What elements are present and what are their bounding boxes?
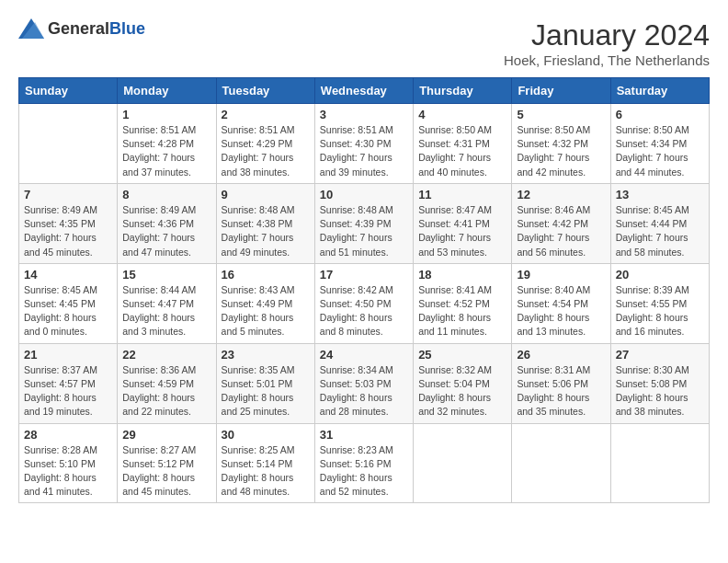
calendar-cell: 24Sunrise: 8:34 AM Sunset: 5:03 PM Dayli…	[314, 343, 413, 423]
calendar-cell	[414, 423, 512, 503]
calendar-cell: 5Sunrise: 8:50 AM Sunset: 4:32 PM Daylig…	[512, 104, 610, 184]
calendar-week-2: 7Sunrise: 8:49 AM Sunset: 4:35 PM Daylig…	[19, 183, 710, 263]
day-header-monday: Monday	[118, 78, 216, 104]
calendar-cell: 23Sunrise: 8:35 AM Sunset: 5:01 PM Dayli…	[216, 343, 314, 423]
calendar-table: SundayMondayTuesdayWednesdayThursdayFrid…	[18, 77, 710, 503]
day-detail: Sunrise: 8:43 AM Sunset: 4:49 PM Dayligh…	[222, 283, 310, 339]
calendar-cell: 11Sunrise: 8:47 AM Sunset: 4:41 PM Dayli…	[414, 183, 512, 263]
day-number: 29	[122, 428, 210, 442]
calendar-cell: 26Sunrise: 8:31 AM Sunset: 5:06 PM Dayli…	[512, 343, 610, 423]
day-number: 25	[418, 348, 506, 362]
calendar-cell: 22Sunrise: 8:36 AM Sunset: 4:59 PM Dayli…	[118, 343, 216, 423]
day-number: 13	[616, 188, 704, 201]
calendar-cell: 21Sunrise: 8:37 AM Sunset: 4:57 PM Dayli…	[19, 343, 118, 423]
day-number: 21	[24, 348, 112, 362]
day-detail: Sunrise: 8:47 AM Sunset: 4:41 PM Dayligh…	[418, 203, 506, 259]
day-number: 17	[320, 268, 408, 282]
day-header-thursday: Thursday	[414, 78, 512, 104]
day-detail: Sunrise: 8:48 AM Sunset: 4:38 PM Dayligh…	[222, 203, 310, 259]
day-detail: Sunrise: 8:36 AM Sunset: 4:59 PM Dayligh…	[122, 363, 210, 419]
calendar-cell: 13Sunrise: 8:45 AM Sunset: 4:44 PM Dayli…	[610, 183, 709, 263]
day-detail: Sunrise: 8:46 AM Sunset: 4:42 PM Dayligh…	[517, 203, 605, 259]
day-detail: Sunrise: 8:35 AM Sunset: 5:01 PM Dayligh…	[222, 363, 310, 419]
day-number: 7	[24, 188, 112, 201]
calendar-week-5: 28Sunrise: 8:28 AM Sunset: 5:10 PM Dayli…	[19, 423, 710, 503]
calendar-cell	[19, 104, 118, 184]
calendar-cell: 6Sunrise: 8:50 AM Sunset: 4:34 PM Daylig…	[610, 104, 709, 184]
calendar-cell	[610, 423, 709, 503]
day-detail: Sunrise: 8:45 AM Sunset: 4:44 PM Dayligh…	[616, 203, 704, 259]
day-header-friday: Friday	[512, 78, 610, 104]
calendar-cell: 1Sunrise: 8:51 AM Sunset: 4:28 PM Daylig…	[118, 104, 216, 184]
calendar-cell	[512, 423, 610, 503]
day-number: 15	[122, 268, 210, 282]
day-header-saturday: Saturday	[610, 78, 709, 104]
calendar-cell: 19Sunrise: 8:40 AM Sunset: 4:54 PM Dayli…	[512, 263, 610, 343]
day-detail: Sunrise: 8:37 AM Sunset: 4:57 PM Dayligh…	[24, 363, 112, 419]
day-header-sunday: Sunday	[19, 78, 118, 104]
day-number: 18	[418, 268, 506, 282]
day-detail: Sunrise: 8:23 AM Sunset: 5:16 PM Dayligh…	[320, 443, 408, 500]
day-number: 3	[320, 108, 408, 121]
location-subtitle: Hoek, Friesland, The Netherlands	[504, 52, 710, 68]
calendar-week-4: 21Sunrise: 8:37 AM Sunset: 4:57 PM Dayli…	[19, 343, 710, 423]
calendar-cell: 10Sunrise: 8:48 AM Sunset: 4:39 PM Dayli…	[314, 183, 413, 263]
calendar-cell: 16Sunrise: 8:43 AM Sunset: 4:49 PM Dayli…	[216, 263, 314, 343]
calendar-cell: 20Sunrise: 8:39 AM Sunset: 4:55 PM Dayli…	[610, 263, 709, 343]
calendar-cell: 15Sunrise: 8:44 AM Sunset: 4:47 PM Dayli…	[118, 263, 216, 343]
calendar-cell: 4Sunrise: 8:50 AM Sunset: 4:31 PM Daylig…	[414, 104, 512, 184]
day-detail: Sunrise: 8:25 AM Sunset: 5:14 PM Dayligh…	[222, 443, 310, 500]
day-detail: Sunrise: 8:31 AM Sunset: 5:06 PM Dayligh…	[517, 363, 605, 419]
day-number: 24	[320, 348, 408, 362]
header: GeneralBlue January 2024 Hoek, Friesland…	[18, 18, 710, 68]
day-detail: Sunrise: 8:49 AM Sunset: 4:35 PM Dayligh…	[24, 203, 112, 259]
day-detail: Sunrise: 8:51 AM Sunset: 4:28 PM Dayligh…	[122, 123, 210, 179]
days-header-row: SundayMondayTuesdayWednesdayThursdayFrid…	[19, 78, 710, 104]
calendar-cell: 7Sunrise: 8:49 AM Sunset: 4:35 PM Daylig…	[19, 183, 118, 263]
day-number: 4	[418, 108, 506, 121]
calendar-cell: 25Sunrise: 8:32 AM Sunset: 5:04 PM Dayli…	[414, 343, 512, 423]
day-number: 20	[616, 268, 704, 282]
day-detail: Sunrise: 8:44 AM Sunset: 4:47 PM Dayligh…	[122, 283, 210, 339]
day-detail: Sunrise: 8:32 AM Sunset: 5:04 PM Dayligh…	[418, 363, 506, 419]
day-detail: Sunrise: 8:30 AM Sunset: 5:08 PM Dayligh…	[616, 363, 704, 419]
day-number: 5	[517, 108, 605, 121]
logo-text-blue: Blue	[109, 19, 145, 38]
day-number: 28	[24, 428, 112, 442]
day-detail: Sunrise: 8:40 AM Sunset: 4:54 PM Dayligh…	[517, 283, 605, 339]
calendar-cell: 18Sunrise: 8:41 AM Sunset: 4:52 PM Dayli…	[414, 263, 512, 343]
day-detail: Sunrise: 8:50 AM Sunset: 4:32 PM Dayligh…	[517, 123, 605, 179]
day-number: 1	[122, 108, 210, 121]
day-number: 16	[222, 268, 310, 282]
day-detail: Sunrise: 8:51 AM Sunset: 4:29 PM Dayligh…	[222, 123, 310, 179]
day-detail: Sunrise: 8:49 AM Sunset: 4:36 PM Dayligh…	[122, 203, 210, 259]
calendar-cell: 8Sunrise: 8:49 AM Sunset: 4:36 PM Daylig…	[118, 183, 216, 263]
day-header-tuesday: Tuesday	[216, 78, 314, 104]
logo-icon	[18, 18, 44, 39]
calendar-cell: 2Sunrise: 8:51 AM Sunset: 4:29 PM Daylig…	[216, 104, 314, 184]
day-detail: Sunrise: 8:27 AM Sunset: 5:12 PM Dayligh…	[122, 443, 210, 500]
day-header-wednesday: Wednesday	[314, 78, 413, 104]
calendar-cell: 9Sunrise: 8:48 AM Sunset: 4:38 PM Daylig…	[216, 183, 314, 263]
day-detail: Sunrise: 8:42 AM Sunset: 4:50 PM Dayligh…	[320, 283, 408, 339]
calendar-cell: 14Sunrise: 8:45 AM Sunset: 4:45 PM Dayli…	[19, 263, 118, 343]
day-number: 9	[222, 188, 310, 201]
day-detail: Sunrise: 8:39 AM Sunset: 4:55 PM Dayligh…	[616, 283, 704, 339]
day-number: 10	[320, 188, 408, 201]
day-detail: Sunrise: 8:41 AM Sunset: 4:52 PM Dayligh…	[418, 283, 506, 339]
calendar-cell: 31Sunrise: 8:23 AM Sunset: 5:16 PM Dayli…	[314, 423, 413, 503]
day-number: 22	[122, 348, 210, 362]
logo: GeneralBlue	[18, 18, 145, 39]
title-area: January 2024 Hoek, Friesland, The Nether…	[504, 18, 710, 68]
day-number: 27	[616, 348, 704, 362]
day-detail: Sunrise: 8:50 AM Sunset: 4:31 PM Dayligh…	[418, 123, 506, 179]
day-number: 26	[517, 348, 605, 362]
day-number: 14	[24, 268, 112, 282]
day-number: 31	[320, 428, 408, 442]
calendar-cell: 29Sunrise: 8:27 AM Sunset: 5:12 PM Dayli…	[118, 423, 216, 503]
day-number: 2	[222, 108, 310, 121]
calendar-week-3: 14Sunrise: 8:45 AM Sunset: 4:45 PM Dayli…	[19, 263, 710, 343]
calendar-cell: 28Sunrise: 8:28 AM Sunset: 5:10 PM Dayli…	[19, 423, 118, 503]
day-number: 30	[222, 428, 310, 442]
day-number: 8	[122, 188, 210, 201]
